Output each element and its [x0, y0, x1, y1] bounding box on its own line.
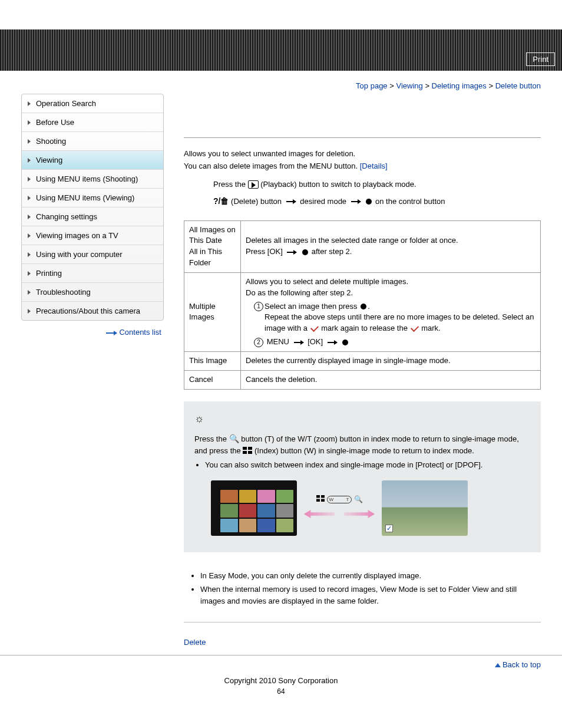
details-link[interactable]: [Details]: [360, 162, 388, 170]
center-button-icon: [361, 304, 366, 309]
crumb-current: Delete button: [495, 81, 541, 90]
step-2-icon: 2: [254, 338, 263, 347]
intro-text: Allows you to select unwanted images for…: [184, 149, 541, 172]
sidebar-item-shooting[interactable]: Shooting: [22, 132, 163, 151]
sidebar-item-before-use[interactable]: Before Use: [22, 113, 163, 132]
crumb-top[interactable]: Top page: [356, 81, 388, 90]
sidebar: Operation Search Before Use Shooting Vie…: [21, 94, 164, 321]
index-icon: [243, 446, 252, 457]
print-button[interactable]: Print: [526, 52, 555, 66]
check-icon: [310, 324, 319, 332]
steps: Press the (Playback) button to switch to…: [213, 178, 541, 209]
arrow-icon: [351, 201, 361, 202]
sidebar-item-viewing[interactable]: Viewing: [22, 151, 163, 170]
svg-rect-0: [243, 447, 247, 450]
index-icon: [316, 494, 325, 505]
sidebar-item-menu-viewing[interactable]: Using MENU items (Viewing): [22, 189, 163, 207]
step-1-icon: 1: [254, 302, 263, 311]
header-banner: Print: [0, 29, 562, 71]
sidebar-item-menu-shooting[interactable]: Using MENU items (Shooting): [22, 170, 163, 189]
svg-rect-3: [248, 451, 252, 454]
svg-rect-4: [316, 495, 320, 498]
svg-rect-7: [321, 499, 325, 502]
playback-icon: [248, 180, 259, 189]
svg-rect-5: [321, 495, 325, 498]
page-number: 64: [0, 687, 562, 707]
crumb-viewing[interactable]: Viewing: [396, 81, 422, 90]
magnifier-icon: 🔍: [354, 494, 363, 505]
svg-rect-6: [316, 499, 320, 502]
arrow-icon: [286, 201, 296, 202]
contents-list-link[interactable]: Contents list: [21, 321, 164, 337]
arrow-icon: [294, 342, 303, 343]
delete-icon: ?/🗑: [213, 196, 229, 206]
related-topic-link[interactable]: Delete: [184, 638, 541, 647]
sidebar-item-precautions[interactable]: Precautions/About this camera: [22, 302, 163, 320]
check-icon: [410, 324, 418, 332]
hint-figure: 🔍 ✓: [211, 480, 470, 536]
hint-box: ☼ Press the 🔍 button (T) of the W/T (zoo…: [184, 401, 541, 552]
arrow-right-icon: [344, 510, 375, 518]
table-row: Multiple Images Allows you to select and…: [184, 272, 541, 351]
arrow-icon: [106, 332, 117, 334]
magnifier-icon: 🔍: [229, 434, 239, 443]
back-to-top-link[interactable]: Back to top: [0, 655, 562, 671]
table-row: Cancel Cancels the deletion.: [184, 370, 541, 389]
sidebar-item-printing[interactable]: Printing: [22, 264, 163, 283]
wt-bar-icon: [327, 496, 352, 503]
center-button-icon: [342, 340, 348, 345]
svg-rect-1: [248, 447, 252, 450]
main-content: Allows you to select unwanted images for…: [164, 90, 541, 650]
index-mode-thumbnail: [211, 480, 297, 536]
sidebar-item-computer[interactable]: Using with your computer: [22, 245, 163, 264]
center-button-icon: [366, 199, 372, 205]
arrow-icon: [328, 342, 337, 343]
copyright: Copyright 2010 Sony Corporation: [0, 671, 562, 687]
sidebar-item-changing-settings[interactable]: Changing settings: [22, 207, 163, 226]
table-row: All Images on This Date All in This Fold…: [184, 220, 541, 272]
center-button-icon: [302, 249, 308, 255]
breadcrumb: Top page > Viewing > Deleting images > D…: [0, 71, 562, 90]
sidebar-item-viewing-tv[interactable]: Viewing images on a TV: [22, 226, 163, 245]
zoom-control-illustration: 🔍: [304, 494, 375, 522]
sidebar-item-troubleshooting[interactable]: Troubleshooting: [22, 283, 163, 302]
table-row: This Image Deletes the currently display…: [184, 352, 541, 371]
sidebar-item-operation-search[interactable]: Operation Search: [22, 94, 163, 113]
modes-table: All Images on This Date All in This Fold…: [184, 220, 541, 390]
notes: In Easy Mode, you can only delete the cu…: [184, 570, 541, 607]
svg-rect-2: [243, 451, 247, 454]
single-image-thumbnail: ✓: [382, 480, 468, 536]
triangle-up-icon: [495, 663, 501, 667]
crumb-deleting[interactable]: Deleting images: [432, 81, 487, 90]
arrow-icon: [287, 252, 296, 253]
checkbox-icon: ✓: [385, 525, 393, 532]
arrow-left-icon: [304, 510, 335, 518]
hint-bulb-icon: ☼: [194, 411, 530, 427]
